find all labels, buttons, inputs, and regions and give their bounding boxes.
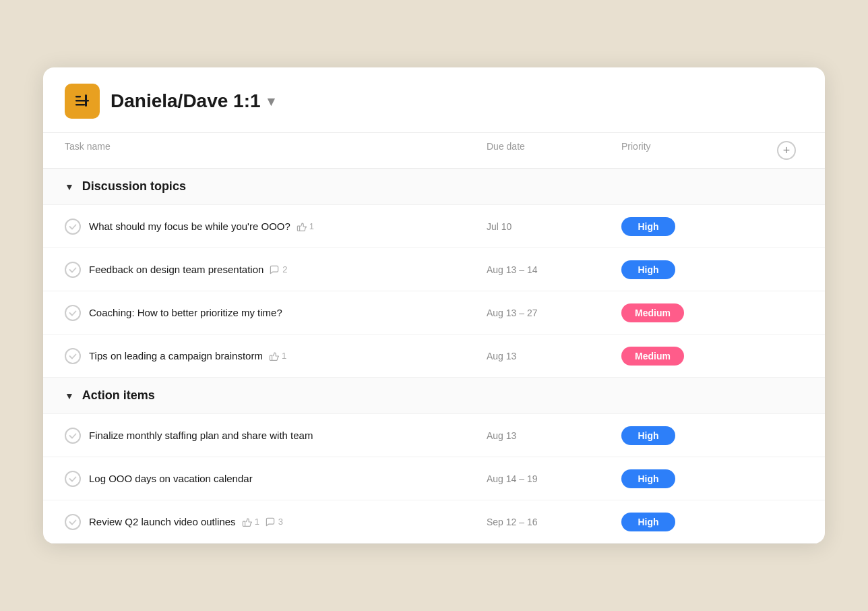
task-checkbox[interactable] xyxy=(65,305,81,321)
table-row: Coaching: How to better prioritize my ti… xyxy=(43,291,825,334)
thumbs-up-meta: 1 xyxy=(268,351,286,361)
task-priority-cell: High xyxy=(621,260,770,279)
task-name-text: Feedback on design team presentation 2 xyxy=(89,264,288,275)
section-chevron[interactable]: ▼ xyxy=(65,181,74,192)
add-column-button[interactable]: + xyxy=(777,141,796,160)
task-name-cell: Coaching: How to better prioritize my ti… xyxy=(65,305,487,321)
task-due-date: Aug 13 – 14 xyxy=(487,264,621,275)
task-priority-cell: High xyxy=(621,217,770,236)
task-name-cell: Log OOO days on vacation calendar xyxy=(65,471,487,487)
page-icon xyxy=(65,84,100,119)
task-priority-cell: Medium xyxy=(621,347,770,366)
col-add[interactable]: + xyxy=(770,141,803,160)
task-name-text: Finalize monthly staffing plan and share… xyxy=(89,430,313,441)
task-name-text: Log OOO days on vacation calendar xyxy=(89,473,253,484)
title-chevron[interactable]: ▾ xyxy=(268,93,274,109)
table-row: Review Q2 launch video outlines 1 3 xyxy=(43,500,825,544)
section-chevron[interactable]: ▼ xyxy=(65,390,74,401)
task-name-cell: Tips on leading a campaign brainstorm 1 xyxy=(65,348,487,364)
task-name-cell: Feedback on design team presentation 2 xyxy=(65,262,487,278)
svg-rect-0 xyxy=(75,96,81,98)
page-title: Daniela/Dave 1:1 ▾ xyxy=(111,90,274,112)
thumbs-up-meta: 1 xyxy=(241,517,259,527)
task-name-text: Tips on leading a campaign brainstorm 1 xyxy=(89,350,286,361)
task-due-date: Aug 13 – 27 xyxy=(487,308,621,318)
priority-badge[interactable]: High xyxy=(621,217,675,236)
svg-rect-2 xyxy=(75,104,85,106)
priority-badge[interactable]: High xyxy=(621,469,675,488)
priority-badge[interactable]: Medium xyxy=(621,347,684,366)
priority-badge[interactable]: High xyxy=(621,260,675,279)
task-name-text: Coaching: How to better prioritize my ti… xyxy=(89,307,282,318)
task-due-date: Aug 13 xyxy=(487,430,621,441)
section-title: Action items xyxy=(82,388,155,403)
task-checkbox[interactable] xyxy=(65,219,81,235)
task-priority-cell: Medium xyxy=(621,303,770,322)
col-due-date: Due date xyxy=(487,141,621,160)
task-due-date: Aug 14 – 19 xyxy=(487,473,621,484)
task-priority-cell: High xyxy=(621,513,770,531)
task-name-cell: What should my focus be while you're OOO… xyxy=(65,219,487,235)
task-due-date: Sep 12 – 16 xyxy=(487,517,621,527)
section-action-items: ▼ Action items xyxy=(43,378,825,414)
task-checkbox[interactable] xyxy=(65,348,81,364)
thumbs-up-meta: 1 xyxy=(296,221,314,232)
section-title: Discussion topics xyxy=(82,179,186,194)
table-row: Finalize monthly staffing plan and share… xyxy=(43,414,825,457)
table-row: Tips on leading a campaign brainstorm 1 … xyxy=(43,334,825,378)
task-priority-cell: High xyxy=(621,469,770,488)
task-due-date: Aug 13 xyxy=(487,351,621,361)
comment-meta: 2 xyxy=(269,264,287,275)
task-name-text: What should my focus be while you're OOO… xyxy=(89,221,314,232)
task-name-cell: Review Q2 launch video outlines 1 3 xyxy=(65,514,487,530)
priority-badge[interactable]: High xyxy=(621,426,675,445)
task-priority-cell: High xyxy=(621,426,770,445)
page-header: Daniela/Dave 1:1 ▾ xyxy=(43,67,825,133)
table-row: Log OOO days on vacation calendar Aug 14… xyxy=(43,457,825,500)
task-checkbox[interactable] xyxy=(65,514,81,530)
main-card: Daniela/Dave 1:1 ▾ Task name Due date Pr… xyxy=(43,67,825,544)
sections-container: ▼ Discussion topics What should my focus… xyxy=(43,169,825,544)
table-row: What should my focus be while you're OOO… xyxy=(43,205,825,248)
task-name-cell: Finalize monthly staffing plan and share… xyxy=(65,428,487,444)
col-priority: Priority xyxy=(621,141,770,160)
table-row: Feedback on design team presentation 2 A… xyxy=(43,248,825,291)
task-table: Task name Due date Priority + ▼ Discussi… xyxy=(43,133,825,544)
svg-rect-3 xyxy=(85,94,87,107)
task-checkbox[interactable] xyxy=(65,428,81,444)
col-task-name: Task name xyxy=(65,141,487,160)
priority-badge[interactable]: Medium xyxy=(621,303,684,322)
section-discussion-topics: ▼ Discussion topics xyxy=(43,169,825,205)
task-due-date: Jul 10 xyxy=(487,221,621,232)
priority-badge[interactable]: High xyxy=(621,513,675,531)
comment-meta: 3 xyxy=(265,517,283,527)
task-checkbox[interactable] xyxy=(65,471,81,487)
table-header-row: Task name Due date Priority + xyxy=(43,133,825,169)
task-checkbox[interactable] xyxy=(65,262,81,278)
task-name-text: Review Q2 launch video outlines 1 3 xyxy=(89,516,283,527)
